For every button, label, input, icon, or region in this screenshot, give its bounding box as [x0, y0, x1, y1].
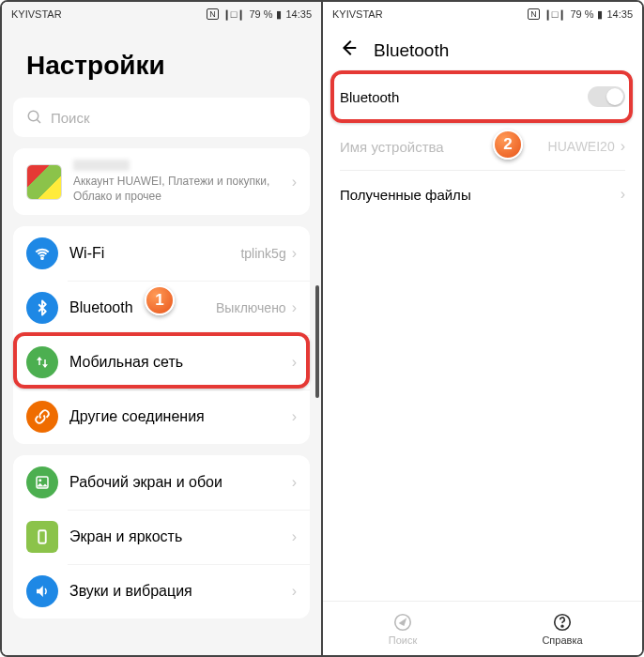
brightness-label: Экран и яркость — [69, 528, 292, 545]
vibrate-icon: ❙□❙ — [544, 8, 567, 21]
home-wallpaper-label: Рабочий экран и обои — [69, 474, 292, 491]
wallpaper-icon — [26, 466, 58, 498]
chevron-right-icon: › — [292, 474, 297, 491]
status-bar: KYIVSTAR N ❙□❙ 79 % ▮ 14:35 — [2, 2, 321, 26]
battery-icon: ▮ — [597, 8, 603, 21]
other-connections-label: Другие соединения — [69, 408, 292, 425]
battery-pct: 79 % — [570, 8, 593, 20]
clock: 14:35 — [606, 8, 633, 20]
chevron-right-icon: › — [292, 299, 297, 316]
carrier-label: KYIVSTAR — [11, 8, 62, 20]
search-placeholder: Поиск — [51, 110, 90, 126]
wifi-value: tplink5g — [240, 246, 285, 261]
device-name-value: HUAWEI20 — [548, 139, 615, 154]
link-icon — [26, 401, 58, 433]
bluetooth-toggle-row[interactable]: Bluetooth — [323, 71, 642, 122]
mobile-row[interactable]: Мобильная сеть › — [13, 335, 310, 390]
vibrate-icon: ❙□❙ — [222, 8, 246, 21]
chevron-right-icon: › — [621, 138, 625, 155]
chevron-right-icon: › — [292, 408, 297, 425]
nav-search[interactable]: Поиск — [323, 602, 483, 655]
chevron-right-icon: › — [292, 245, 297, 262]
received-files-row[interactable]: Полученные файлы › — [323, 171, 642, 218]
device-name-label: Имя устройства — [340, 139, 548, 155]
wifi-label: Wi-Fi — [69, 245, 240, 262]
clock: 14:35 — [285, 8, 312, 20]
back-arrow-icon — [338, 38, 359, 58]
svg-line-1 — [37, 119, 40, 123]
battery-pct: 79 % — [249, 8, 272, 20]
page-title: Настройки — [2, 26, 321, 98]
home-wallpaper-row[interactable]: Рабочий экран и обои › — [13, 455, 310, 510]
bluetooth-toggle[interactable] — [588, 86, 625, 107]
svg-rect-5 — [38, 530, 46, 543]
svg-point-4 — [38, 479, 41, 481]
chevron-right-icon: › — [292, 174, 297, 191]
received-files-label: Полученные файлы — [340, 187, 621, 203]
search-icon — [26, 109, 43, 126]
device-name-row[interactable]: Имя устройства HUAWEI20 › — [323, 123, 642, 170]
avatar — [26, 164, 62, 200]
sound-icon — [26, 575, 58, 607]
nav-help[interactable]: Справка — [483, 602, 642, 655]
nfc-icon: N — [207, 8, 219, 20]
bluetooth-toggle-label: Bluetooth — [340, 89, 588, 105]
chevron-right-icon: › — [292, 583, 297, 600]
page-title: Bluetooth — [374, 40, 449, 61]
bluetooth-row[interactable]: Bluetooth Выключено › — [13, 281, 310, 335]
compass-icon — [392, 612, 413, 633]
carrier-label: KYIVSTAR — [332, 8, 383, 20]
wifi-icon — [26, 237, 58, 269]
wifi-row[interactable]: Wi-Fi tplink5g › — [13, 226, 310, 281]
brightness-row[interactable]: Экран и яркость › — [13, 510, 310, 564]
scrollbar-thumb[interactable] — [315, 285, 319, 398]
bluetooth-label: Bluetooth — [69, 299, 216, 316]
help-icon — [552, 612, 573, 633]
sound-label: Звуки и вибрация — [69, 583, 292, 600]
chevron-right-icon: › — [621, 186, 625, 203]
back-button[interactable] — [338, 38, 359, 64]
status-bar: KYIVSTAR N ❙□❙ 79 % ▮ 14:35 — [323, 2, 642, 26]
battery-icon: ▮ — [276, 8, 282, 21]
nfc-icon: N — [528, 8, 540, 20]
svg-point-8 — [561, 625, 563, 627]
mobile-data-icon — [26, 346, 58, 378]
svg-point-2 — [41, 258, 43, 260]
brightness-icon — [26, 521, 58, 553]
bottom-nav: Поиск Справка — [323, 601, 642, 655]
bluetooth-icon — [26, 292, 58, 324]
mobile-label: Мобильная сеть — [69, 354, 292, 371]
other-connections-row[interactable]: Другие соединения › — [13, 390, 310, 444]
chevron-right-icon: › — [292, 528, 297, 545]
chevron-right-icon: › — [292, 354, 297, 371]
account-subtitle: Аккаунт HUAWEI, Платежи и покупки, Облак… — [73, 175, 292, 204]
sound-row[interactable]: Звуки и вибрация › — [13, 564, 310, 619]
bluetooth-value: Выключено — [216, 300, 286, 315]
account-name-blurred — [73, 160, 130, 171]
svg-point-0 — [28, 111, 38, 121]
account-row[interactable]: Аккаунт HUAWEI, Платежи и покупки, Облак… — [13, 148, 310, 215]
search-input[interactable]: Поиск — [13, 98, 310, 137]
